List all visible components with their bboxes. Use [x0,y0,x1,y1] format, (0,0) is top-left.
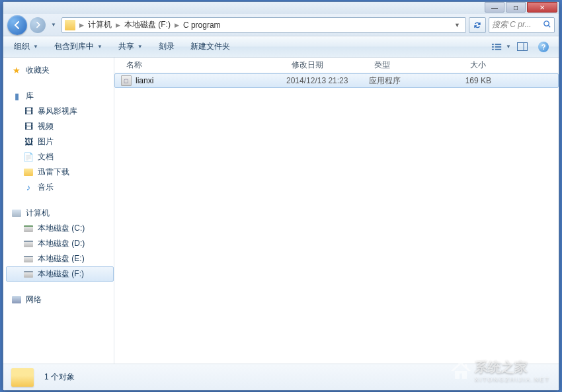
breadcrumb-folder[interactable]: C program [181,20,223,30]
search-placeholder: 搜索 C pr... [492,19,543,30]
chevron-right-icon: ▶ [173,22,181,28]
sidebar-item-documents[interactable]: 📄文档 [6,149,114,165]
search-icon [543,20,551,30]
navigation-pane[interactable]: ★收藏夹 ▮库 🎞暴风影视库 🎞视频 🖼图片 📄文档 迅雷下载 ♪音乐 计算机 … [3,58,114,364]
svg-rect-7 [495,48,501,50]
music-icon: ♪ [23,182,34,193]
new-folder-label: 新建文件夹 [190,41,230,52]
burn-label: 刻录 [159,41,175,52]
library-label: 库 [26,91,34,102]
svg-rect-3 [495,44,501,45]
folder-icon [11,368,34,387]
include-in-library-button[interactable]: 包含到库中▼ [49,39,108,54]
sidebar-network[interactable]: 网络 [6,292,114,307]
breadcrumb-drive[interactable]: 本地磁盘 (F:) [122,19,173,30]
close-button[interactable]: ✕ [527,2,557,13]
sidebar-drive-d[interactable]: 本地磁盘 (D:) [6,236,114,251]
preview-pane-button[interactable] [512,40,532,54]
column-header-name[interactable]: 名称 [121,59,286,71]
refresh-icon [473,20,482,30]
sidebar-item-xunlei[interactable]: 迅雷下载 [6,165,114,180]
nav-history-dropdown[interactable]: ▼ [48,22,59,28]
picture-icon: 🖼 [23,137,34,147]
sidebar-favorites[interactable]: ★收藏夹 [6,63,114,78]
share-button[interactable]: 共享▼ [113,39,148,54]
chevron-down-icon: ▼ [33,44,38,50]
file-row[interactable]: ▢lianxi 2014/12/13 21:23 应用程序 169 KB [114,73,559,88]
explorer-window: — □ ✕ ▼ ▶ 计算机 ▶ 本地磁盘 (F:) ▶ C program ▼ … [3,1,559,391]
help-icon: ? [538,42,549,52]
chevron-down-icon: ▼ [97,44,102,50]
search-input[interactable]: 搜索 C pr... [489,17,555,33]
column-headers: 名称 修改日期 类型 大小 [114,58,559,73]
star-icon: ★ [11,65,22,76]
nav-forward-button[interactable] [30,17,46,33]
chevron-down-icon: ▼ [506,44,511,50]
network-label: 网络 [26,294,42,305]
help-button[interactable]: ? [534,40,553,54]
pane-icon [517,42,528,51]
svg-point-0 [544,20,549,25]
drive-icon [23,239,34,249]
burn-button[interactable]: 刻录 [153,39,180,54]
file-name: lianxi [136,76,153,85]
nav-back-button[interactable] [7,15,27,35]
document-icon: 📄 [23,152,34,163]
network-icon [11,295,22,305]
chevron-right-icon: ▶ [114,22,122,28]
sidebar-library[interactable]: ▮库 [6,89,114,104]
body-area: ★收藏夹 ▮库 🎞暴风影视库 🎞视频 🖼图片 📄文档 迅雷下载 ♪音乐 计算机 … [3,58,559,364]
new-folder-button[interactable]: 新建文件夹 [185,39,235,54]
file-date: 2014/12/13 21:23 [286,76,369,85]
file-rows[interactable]: ▢lianxi 2014/12/13 21:23 应用程序 169 KB [114,73,559,364]
minimize-button[interactable]: — [485,2,504,13]
refresh-button[interactable] [469,17,486,33]
svg-rect-5 [495,46,501,48]
status-bar: 1 个对象 [3,364,559,390]
titlebar: — □ ✕ [3,2,559,14]
computer-icon [11,208,22,219]
chevron-right-icon: ▶ [78,22,85,28]
svg-rect-8 [518,43,528,51]
sidebar-drive-e[interactable]: 本地磁盘 (E:) [6,251,114,266]
drive-icon [23,223,34,234]
status-count: 1 个对象 [44,372,75,383]
svg-line-1 [548,25,550,27]
sidebar-computer[interactable]: 计算机 [6,206,114,221]
sidebar-drive-c[interactable]: 本地磁盘 (C:) [6,221,114,236]
video-lib-icon: 🎞 [23,106,34,117]
file-size: 169 KB [445,76,491,85]
maximize-button[interactable]: □ [506,2,526,13]
share-label: 共享 [118,41,134,52]
column-header-size[interactable]: 大小 [445,59,491,71]
include-label: 包含到库中 [54,41,94,52]
sidebar-item-video[interactable]: 🎞视频 [6,119,114,134]
download-icon [23,167,34,178]
breadcrumb-computer[interactable]: 计算机 [85,19,114,30]
address-dropdown[interactable]: ▼ [452,22,463,28]
organize-button[interactable]: 组织▼ [9,39,44,54]
view-mode-button[interactable]: ▼ [491,40,511,54]
folder-icon [65,20,75,30]
drive-icon [23,269,34,280]
video-icon: 🎞 [23,122,34,132]
address-bar-row: ▼ ▶ 计算机 ▶ 本地磁盘 (F:) ▶ C program ▼ 搜索 C p… [3,14,559,36]
column-header-date[interactable]: 修改日期 [286,59,369,71]
address-bar[interactable]: ▶ 计算机 ▶ 本地磁盘 (F:) ▶ C program ▼ [61,17,466,33]
svg-rect-4 [492,46,494,48]
application-icon: ▢ [121,75,132,86]
chevron-down-icon: ▼ [138,44,143,50]
view-icon [491,42,502,52]
sidebar-item-pictures[interactable]: 🖼图片 [6,134,114,149]
file-list-pane: 名称 修改日期 类型 大小 ▢lianxi 2014/12/13 21:23 应… [114,58,559,364]
sidebar-item-music[interactable]: ♪音乐 [6,180,114,195]
arrow-left-icon [13,20,22,30]
arrow-right-icon [34,21,42,28]
computer-label: 计算机 [26,208,50,219]
drive-icon [23,254,34,264]
toolbar: 组织▼ 包含到库中▼ 共享▼ 刻录 新建文件夹 ▼ ? [3,36,559,58]
sidebar-drive-f[interactable]: 本地磁盘 (F:) [6,266,114,282]
sidebar-item-baofeng[interactable]: 🎞暴风影视库 [6,104,114,119]
file-type: 应用程序 [369,75,445,87]
column-header-type[interactable]: 类型 [369,59,445,71]
